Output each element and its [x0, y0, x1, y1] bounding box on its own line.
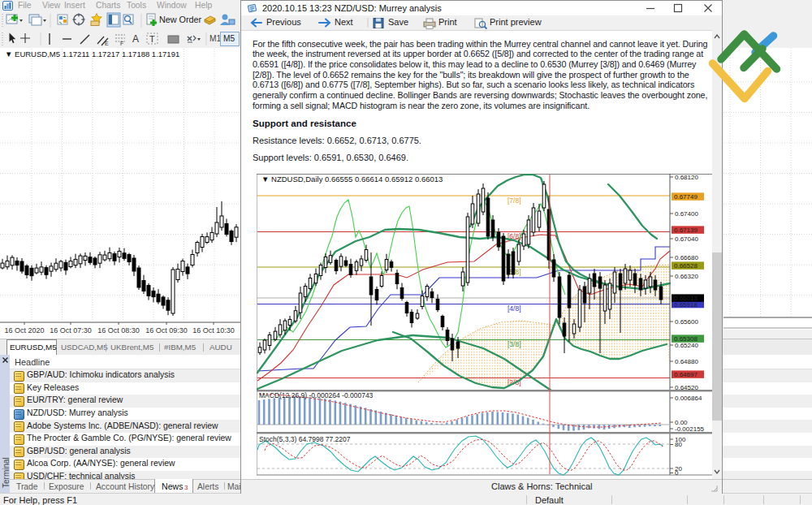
svg-text:▼ EURUSD,M5 1.17211 1.17217 1: ▼ EURUSD,M5 1.17211 1.17217 1.17188 1.17… [5, 50, 179, 58]
svg-text:T: T [149, 34, 155, 44]
svg-text:0: 0 [675, 469, 679, 476]
svg-text:A: A [132, 33, 139, 45]
svg-text:0.65600: 0.65600 [675, 318, 698, 326]
svg-text:16 Oct 09:30: 16 Oct 09:30 [145, 326, 188, 335]
svg-text:16 Oct 08:30: 16 Oct 08:30 [97, 326, 140, 335]
svg-text:0.67749: 0.67749 [674, 193, 698, 201]
svg-text:0.67040: 0.67040 [675, 235, 698, 243]
svg-text:0.64880: 0.64880 [675, 358, 698, 365]
svg-text:0.65308: 0.65308 [674, 335, 698, 343]
svg-text:[4/8]: [4/8] [508, 304, 521, 313]
svg-text:[3/8]: [3/8] [508, 340, 521, 348]
svg-text:0.66528: 0.66528 [674, 262, 698, 270]
svg-text:▼ NZDUSD,Daily 0.66555 0.6661: ▼ NZDUSD,Daily 0.66555 0.66614 0.65912 0… [261, 175, 443, 183]
svg-text:16 Oct 10:30: 16 Oct 10:30 [192, 326, 235, 335]
svg-text:0.64520: 0.64520 [675, 384, 698, 391]
svg-text:80: 80 [675, 441, 682, 448]
svg-text:0.67139: 0.67139 [674, 227, 698, 234]
svg-text:0.65240: 0.65240 [675, 342, 698, 349]
svg-text:0.66320: 0.66320 [675, 273, 698, 280]
svg-text:-0.002155: -0.002155 [675, 425, 705, 433]
svg-text:16 Oct 07:30: 16 Oct 07:30 [50, 326, 92, 335]
svg-text:0.66680: 0.66680 [675, 254, 698, 261]
svg-text:M1: M1 [209, 34, 221, 43]
svg-text:F: F [120, 41, 123, 46]
svg-text:[7/8]: [7/8] [508, 196, 521, 205]
svg-text:New Order: New Order [159, 15, 202, 24]
svg-text:0.66013: 0.66013 [674, 295, 698, 302]
svg-text:0.67400: 0.67400 [675, 210, 698, 218]
svg-text:0.68120: 0.68120 [675, 174, 698, 181]
svg-text:0.006864: 0.006864 [675, 395, 702, 402]
svg-text:16 Oct 2020: 16 Oct 2020 [4, 326, 44, 335]
svg-text:E: E [105, 41, 109, 46]
svg-text:0.64697: 0.64697 [674, 371, 698, 378]
svg-text:Stoch(5,3,3) 64.7998 77.2207: Stoch(5,3,3) 64.7998 77.2207 [259, 435, 351, 443]
svg-text:MACD(12,26,9) -0.000264 -0.000: MACD(12,26,9) -0.000264 -0.000743 [259, 391, 374, 399]
svg-text:M5: M5 [223, 34, 235, 43]
